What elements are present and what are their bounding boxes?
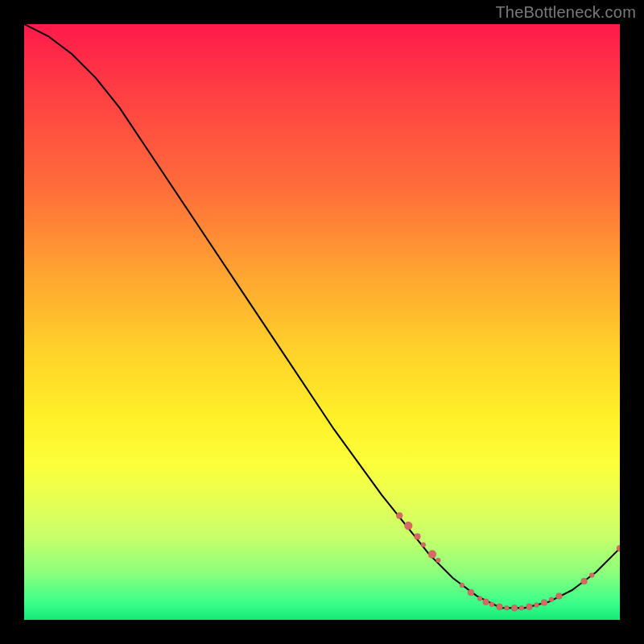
plot-area bbox=[24, 24, 620, 620]
curve-marker bbox=[468, 589, 474, 596]
bottleneck-curve bbox=[24, 24, 620, 608]
curve-marker bbox=[511, 605, 518, 611]
curve-marker bbox=[421, 543, 426, 547]
curve-marker bbox=[477, 596, 482, 601]
curve-marker bbox=[526, 604, 533, 610]
curve-marker bbox=[541, 600, 547, 606]
curve-marker bbox=[436, 558, 440, 563]
chart-frame: TheBottleneck.com bbox=[0, 0, 644, 644]
curve-marker bbox=[428, 551, 436, 559]
curve-marker bbox=[483, 599, 489, 605]
curve-markers bbox=[396, 513, 620, 612]
curve-marker bbox=[519, 605, 524, 610]
curve-marker bbox=[556, 592, 563, 599]
attribution-text: TheBottleneck.com bbox=[495, 3, 636, 22]
curve-marker bbox=[504, 605, 509, 610]
curve-marker bbox=[404, 522, 412, 530]
curve-marker bbox=[549, 597, 554, 602]
curve-marker bbox=[460, 583, 464, 588]
curve-svg bbox=[24, 24, 620, 620]
curve-marker bbox=[489, 602, 494, 607]
curve-marker bbox=[497, 604, 503, 610]
curve-marker bbox=[534, 603, 539, 608]
curve-marker bbox=[589, 573, 594, 578]
curve-marker bbox=[396, 513, 402, 519]
curve-marker bbox=[581, 578, 588, 584]
curve-marker bbox=[414, 533, 420, 539]
